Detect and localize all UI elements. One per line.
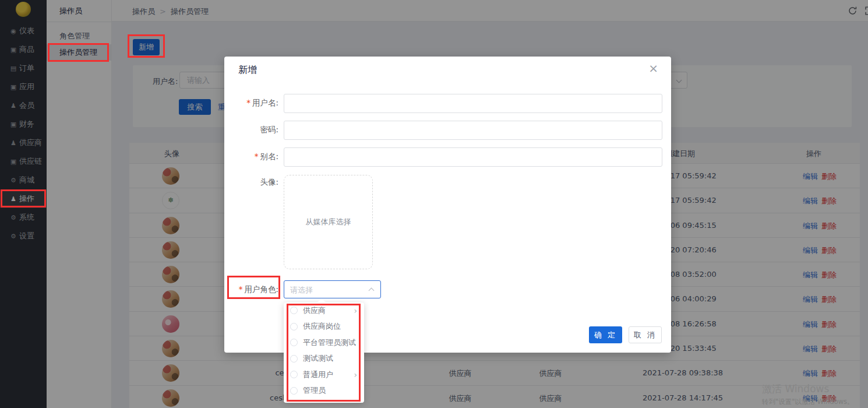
user-role-select[interactable]: 请选择	[284, 280, 381, 298]
chevron-right-icon: ›	[354, 370, 357, 379]
media-library-upload-box[interactable]: 从媒体库选择	[284, 175, 373, 269]
password-label: 密码:	[224, 125, 278, 135]
dropdown-option[interactable]: 普通用户 ›	[284, 367, 364, 383]
alias-label: *别名:	[224, 152, 278, 162]
dropdown-option[interactable]: 供应商 ›	[284, 303, 364, 319]
dropdown-option-label: 测试测试	[303, 353, 333, 364]
modal-title: 新增	[238, 64, 257, 76]
close-icon[interactable]: ×	[648, 61, 658, 75]
chevron-right-icon: ›	[354, 306, 357, 315]
avatar-label: 头像:	[224, 177, 278, 188]
radio-icon[interactable]	[290, 323, 298, 330]
radio-icon[interactable]	[290, 339, 298, 346]
user-role-dropdown: 供应商 › 供应商岗位 平台管理员测试 测试测试 普通用户 › 管理员	[284, 303, 364, 403]
dropdown-option-label: 普通用户	[303, 370, 333, 380]
dropdown-option[interactable]: 管理员	[284, 383, 364, 399]
dropdown-option-label: 供应商	[303, 305, 326, 316]
username-field[interactable]	[284, 94, 662, 113]
alias-field[interactable]	[284, 147, 662, 167]
select-placeholder: 请选择	[290, 285, 313, 296]
dropdown-option[interactable]: 平台管理员测试	[284, 335, 364, 351]
dropdown-option[interactable]: 供应商岗位	[284, 319, 364, 335]
radio-icon[interactable]	[290, 355, 298, 363]
chevron-up-icon	[369, 288, 375, 294]
confirm-button[interactable]: 确 定	[589, 326, 622, 343]
cancel-button[interactable]: 取 消	[629, 326, 662, 343]
user-role-label: *用户角色:	[224, 284, 278, 295]
dropdown-option-label: 管理员	[303, 385, 326, 396]
username-label: *用户名:	[224, 98, 278, 108]
radio-icon[interactable]	[290, 307, 298, 314]
dropdown-option-label: 平台管理员测试	[303, 337, 356, 348]
password-field[interactable]	[284, 121, 662, 140]
dropdown-option[interactable]: 测试测试	[284, 351, 364, 367]
radio-icon[interactable]	[290, 371, 298, 378]
dropdown-option-label: 供应商岗位	[303, 321, 341, 332]
radio-icon[interactable]	[290, 387, 298, 395]
